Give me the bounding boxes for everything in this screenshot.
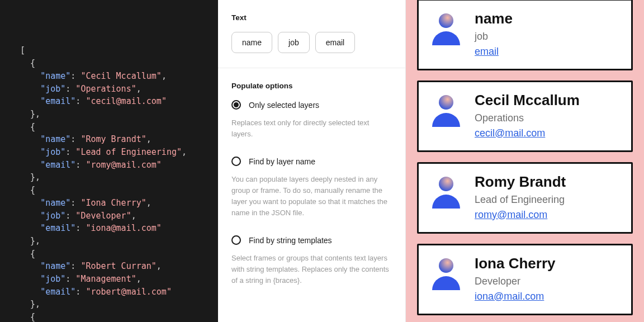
option-find-by-layer-name: Find by layer name You can populate laye… bbox=[231, 157, 392, 219]
card-email[interactable]: romy@mail.com bbox=[475, 209, 547, 221]
field-chip-row: name job email bbox=[231, 32, 392, 53]
card-body: Iona Cherry Developer iona@mail.com bbox=[475, 255, 620, 302]
radio-icon bbox=[231, 235, 241, 245]
person-card[interactable]: Cecil Mccallum Operations cecil@mail.com bbox=[417, 80, 633, 152]
option-label: Only selected layers bbox=[249, 101, 319, 110]
field-chip-job[interactable]: job bbox=[278, 32, 310, 53]
option-description: You can populate layers deeply nested in… bbox=[231, 174, 392, 219]
card-name[interactable]: Romy Brandt bbox=[475, 174, 620, 191]
option-description: Select frames or groups that contents te… bbox=[231, 253, 392, 286]
card-job[interactable]: Operations bbox=[475, 112, 620, 124]
person-card[interactable]: Romy Brandt Lead of Engineering romy@mai… bbox=[417, 162, 633, 234]
svg-point-1 bbox=[439, 95, 453, 110]
json-source-panel: [ { "name": "Cecil Mccallum", "job": "Op… bbox=[0, 0, 218, 322]
option-find-by-string-templates-radio-row[interactable]: Find by string templates bbox=[231, 235, 392, 245]
option-only-selected: Only selected layers Replaces text only … bbox=[231, 100, 392, 140]
populate-options-title: Populate options bbox=[231, 82, 392, 90]
svg-point-3 bbox=[439, 258, 453, 273]
card-name[interactable]: Iona Cherry bbox=[475, 255, 620, 272]
card-name[interactable]: Cecil Mccallum bbox=[475, 92, 620, 109]
svg-point-2 bbox=[439, 177, 453, 191]
card-job[interactable]: Lead of Engineering bbox=[475, 194, 620, 206]
field-chip-email[interactable]: email bbox=[315, 32, 355, 53]
design-canvas[interactable]: name job email Cecil Mccallum Operations… bbox=[406, 0, 644, 322]
person-card[interactable]: name job email bbox=[417, 0, 633, 70]
avatar-icon bbox=[431, 92, 461, 127]
card-job[interactable]: Developer bbox=[475, 276, 620, 287]
radio-icon bbox=[231, 157, 241, 166]
card-job[interactable]: job bbox=[475, 31, 620, 42]
person-card[interactable]: Iona Cherry Developer iona@mail.com bbox=[417, 244, 633, 315]
option-label: Find by layer name bbox=[249, 157, 315, 166]
populate-options-section: Populate options Only selected layers Re… bbox=[218, 68, 405, 301]
option-find-by-string-templates: Find by string templates Select frames o… bbox=[231, 235, 392, 286]
option-find-by-layer-name-radio-row[interactable]: Find by layer name bbox=[231, 157, 392, 166]
radio-icon bbox=[231, 100, 241, 110]
avatar-icon bbox=[431, 11, 461, 45]
option-only-selected-radio-row[interactable]: Only selected layers bbox=[231, 100, 392, 110]
svg-point-0 bbox=[439, 13, 453, 28]
field-chip-name[interactable]: name bbox=[231, 32, 272, 53]
avatar-icon bbox=[431, 174, 461, 209]
text-fields-section: Text name job email bbox=[218, 0, 405, 68]
card-email[interactable]: email bbox=[475, 46, 499, 58]
avatar-icon bbox=[431, 255, 461, 290]
card-body: name job email bbox=[475, 11, 620, 58]
card-body: Romy Brandt Lead of Engineering romy@mai… bbox=[475, 174, 620, 221]
json-source-code: [ { "name": "Cecil Mccallum", "job": "Op… bbox=[20, 44, 218, 322]
card-email[interactable]: cecil@mail.com bbox=[475, 127, 545, 139]
card-name[interactable]: name bbox=[475, 11, 620, 27]
card-email[interactable]: iona@mail.com bbox=[475, 291, 544, 302]
option-description: Replaces text only for directly selected… bbox=[231, 117, 392, 140]
populate-panel: Text name job email Populate options Onl… bbox=[218, 0, 406, 322]
option-label: Find by string templates bbox=[249, 236, 332, 245]
card-body: Cecil Mccallum Operations cecil@mail.com bbox=[475, 92, 620, 139]
text-fields-title: Text bbox=[231, 13, 392, 22]
